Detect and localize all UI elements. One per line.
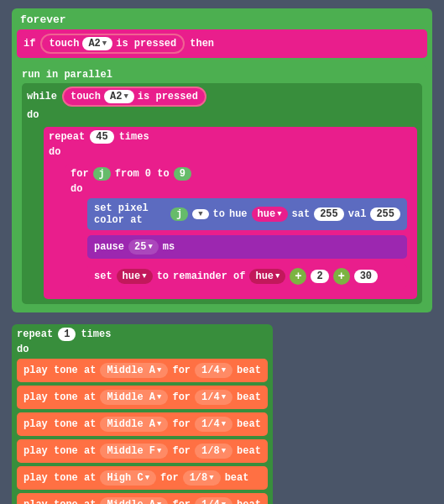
while-touch: touch xyxy=(71,91,101,102)
tone-for-5: for xyxy=(172,499,191,504)
repeat-do-label: do xyxy=(49,146,412,158)
tone-beat-5: beat xyxy=(237,499,261,504)
tone-beat-2: beat xyxy=(237,418,261,430)
pause-ms-label: ms xyxy=(163,241,175,253)
for-to[interactable]: 9 xyxy=(174,167,191,181)
parallel-block: run in parallel while touch A2 ▼ is pres… xyxy=(17,66,427,307)
bottom-do-label: do xyxy=(17,344,268,355)
then-label: then xyxy=(190,38,214,50)
bottom-repeat-kw: repeat xyxy=(17,328,53,340)
tone-beat-0: beat xyxy=(237,365,261,376)
pause-ms-dropdown[interactable]: 25 ▼ xyxy=(128,239,159,255)
tone-note-dropdown-5[interactable]: Middle A ▼ xyxy=(100,497,168,504)
tone-play-1: play tone at xyxy=(24,391,96,403)
op-val[interactable]: 2 xyxy=(311,270,328,283)
tone-dur-dropdown-4[interactable]: 1/8 ▼ xyxy=(183,470,221,486)
tone-note-dropdown-4[interactable]: High C ▼ xyxy=(100,470,156,486)
forever-block: forever if touch A2 ▼ is pressed then ru… xyxy=(12,8,432,312)
pause-block: pause 25 ▼ ms xyxy=(87,235,407,259)
for-do-label: do xyxy=(71,183,407,195)
tone-list: play tone at Middle A ▼ for 1/4 ▼ beat p… xyxy=(17,359,268,504)
bottom-repeat-val[interactable]: 1 xyxy=(58,328,76,341)
if-keyword: if xyxy=(24,38,35,50)
plus-operator-2: + xyxy=(333,268,350,285)
tone-for-2: for xyxy=(172,418,191,430)
tone-play-2: play tone at xyxy=(24,418,96,430)
tone-note-dropdown-1[interactable]: Middle A ▼ xyxy=(100,390,168,405)
while-is-pressed: is pressed xyxy=(138,91,198,102)
pin-dropdown[interactable]: A2 ▼ xyxy=(82,37,112,50)
tone-row-0: play tone at Middle A ▼ for 1/4 ▼ beat xyxy=(17,359,268,382)
pin-dropdown-arrow: ▼ xyxy=(102,39,107,48)
tone-row-5: play tone at Middle A ▼ for 1/4 ▼ beat xyxy=(17,493,268,504)
bottom-repeat-block: repeat 1 times do play tone at Middle A … xyxy=(12,324,273,504)
for-block: for j from 0 to 9 do set pixel color xyxy=(65,164,412,294)
is-pressed-label: is pressed xyxy=(116,38,176,50)
tone-dur-dropdown-1[interactable]: 1/4 ▼ xyxy=(195,390,232,405)
while-keyword: while xyxy=(27,91,57,102)
while-do-label: do xyxy=(27,109,417,121)
parallel-label: run in parallel xyxy=(22,69,422,81)
set-hue-to: to xyxy=(157,270,169,282)
tone-note-dropdown-0[interactable]: Middle A ▼ xyxy=(100,363,168,378)
set-pixel-label: set pixel color at xyxy=(94,202,166,226)
tone-beat-3: beat xyxy=(237,445,261,457)
pause-label: pause xyxy=(94,241,124,253)
plus-operator: + xyxy=(290,268,306,285)
repeat-keyword: repeat xyxy=(49,131,85,143)
forever-label: forever xyxy=(17,12,427,29)
tone-dur-dropdown-2[interactable]: 1/4 ▼ xyxy=(195,417,232,432)
sat-val[interactable]: 255 xyxy=(314,207,344,221)
hue-add-val[interactable]: 30 xyxy=(354,270,378,283)
while-block: while touch A2 ▼ is pressed do xyxy=(22,83,422,304)
repeat-times: times xyxy=(119,131,149,143)
set-pixel-block: set pixel color at j ▼ to hue hue xyxy=(87,198,407,230)
tone-row-2: play tone at Middle A ▼ for 1/4 ▼ beat xyxy=(17,412,268,436)
tone-for-1: for xyxy=(172,391,191,403)
val-label: val xyxy=(348,208,367,220)
tone-play-4: play tone at xyxy=(24,472,96,484)
remainder-hue-dropdown[interactable]: hue ▼ xyxy=(249,269,285,284)
while-pin-dropdown[interactable]: A2 ▼ xyxy=(104,90,134,103)
set-kw: set xyxy=(94,270,112,282)
sat-label: sat xyxy=(292,208,311,220)
tone-note-dropdown-3[interactable]: Middle F ▼ xyxy=(100,444,168,459)
tone-for-0: for xyxy=(172,365,191,376)
set-hue-block: set hue ▼ to remainder of hue xyxy=(87,264,407,289)
bottom-repeat-times: times xyxy=(81,328,111,340)
tone-dur-dropdown-5[interactable]: 1/4 ▼ xyxy=(195,497,232,504)
while-pin-arrow: ▼ xyxy=(123,92,128,101)
pixel-j-var[interactable]: j xyxy=(170,207,188,221)
repeat-times-val[interactable]: 45 xyxy=(90,130,113,144)
tone-note-dropdown-2[interactable]: Middle A ▼ xyxy=(100,417,168,432)
remainder-label: remainder of xyxy=(173,270,245,282)
hue-dropdown[interactable]: hue ▼ xyxy=(252,207,288,222)
pixel-j-dropdown[interactable]: ▼ xyxy=(192,209,208,219)
tone-for-4: for xyxy=(160,472,179,484)
for-from: from 0 to xyxy=(115,168,170,180)
hue-kw: hue xyxy=(229,208,248,220)
tone-play-0: play tone at xyxy=(24,365,96,376)
for-var[interactable]: j xyxy=(93,167,111,181)
tone-row-1: play tone at Middle A ▼ for 1/4 ▼ beat xyxy=(17,386,268,409)
tone-row-3: play tone at Middle F ▼ for 1/8 ▼ beat xyxy=(17,439,268,463)
tone-beat-4: beat xyxy=(225,472,249,484)
tone-beat-1: beat xyxy=(237,391,261,403)
set-hue-var-dropdown[interactable]: hue ▼ xyxy=(117,269,153,284)
to-label: to xyxy=(213,208,225,220)
tone-row-4: play tone at High C ▼ for 1/8 ▼ beat xyxy=(17,466,268,490)
tone-dur-dropdown-3[interactable]: 1/8 ▼ xyxy=(195,444,232,459)
repeat-block: repeat 45 times do for j from 0 xyxy=(44,127,417,299)
val-val[interactable]: 255 xyxy=(370,207,400,221)
tone-play-3: play tone at xyxy=(24,445,96,457)
touch-label: touch xyxy=(49,38,79,50)
tone-for-3: for xyxy=(172,445,191,457)
for-keyword: for xyxy=(71,168,89,180)
tone-play-5: play tone at xyxy=(24,499,96,504)
if-block: if touch A2 ▼ is pressed then xyxy=(17,29,427,58)
tone-dur-dropdown-0[interactable]: 1/4 ▼ xyxy=(195,363,232,378)
